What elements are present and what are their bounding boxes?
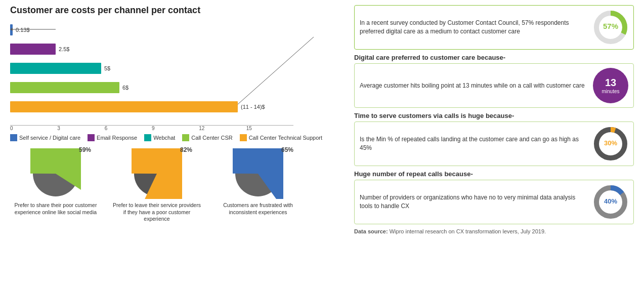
legend-label-4: Call Center Technical Support — [249, 135, 322, 141]
donut-1: 57% — [593, 10, 628, 45]
donut-4: 40% — [593, 184, 628, 220]
chart-title: Customer are costs per channel per conta… — [10, 5, 344, 16]
chart-legend: Self service / Digital careEmail Respons… — [10, 134, 344, 141]
bar-2 — [10, 63, 101, 74]
legend-item-4: Call Center Technical Support — [240, 134, 322, 141]
info-card-1: In a recent survey conducted by Customer… — [354, 5, 634, 50]
pie-item-1: 82%Prefer to leave their service provide… — [111, 148, 202, 223]
bar-value-4: (11 - 14)$ — [241, 104, 265, 110]
legend-color-2 — [144, 134, 151, 141]
card2-number: 13 — [605, 77, 616, 89]
x-tick-0: 0 — [10, 126, 57, 131]
info-card-4: Number of providers or organizations who… — [354, 180, 634, 224]
legend-color-0 — [10, 134, 17, 141]
bar-row-3: 6$ — [10, 79, 314, 96]
legend-item-3: Call Center CSR — [182, 134, 232, 141]
info-card-3: Is the Min % of repeated calls landing a… — [354, 122, 634, 166]
bar-value-1: 2.5$ — [59, 46, 69, 52]
x-tick-15: 15 — [246, 126, 293, 131]
bar-row-1: 2.5$ — [10, 41, 314, 57]
svg-text:57%: 57% — [603, 22, 618, 30]
pie-item-2: 65%Customers are frustrated with inconsi… — [212, 148, 304, 216]
x-tick-12: 12 — [199, 126, 246, 131]
legend-label-3: Call Center CSR — [191, 135, 232, 141]
info-card-4-text: Number of providers or organizations who… — [360, 193, 588, 211]
info-card-1-text: In a recent survey conducted by Customer… — [360, 19, 588, 36]
data-source-label: Data source: — [354, 228, 388, 234]
info-card-2: Average customer hits boiling point at 1… — [354, 63, 634, 108]
data-source-text: Wipro internal research on CX transforma… — [388, 228, 546, 234]
heading-3: Time to serve customers via calls is hug… — [354, 112, 634, 119]
bar-chart-container: 0.13$2.5$5$6$(11 - 14)$ 0 3 6 9 12 15 — [10, 22, 344, 141]
svg-text:30%: 30% — [604, 139, 617, 147]
right-panel: In a recent survey conducted by Customer… — [344, 5, 634, 278]
pie-chart-0: 59% — [30, 148, 81, 199]
bar-4 — [10, 101, 238, 112]
bar-value-3: 6$ — [122, 85, 128, 91]
pie-label-1: Prefer to leave their service providers … — [111, 202, 202, 223]
x-tick-6: 6 — [105, 126, 152, 131]
legend-item-1: Email Response — [88, 134, 137, 141]
legend-label-2: Webchat — [153, 135, 175, 141]
donut-3: 30% — [593, 126, 628, 161]
pie-label-0: Prefer to share their poor customer expe… — [10, 202, 101, 216]
bar-1 — [10, 44, 56, 55]
pie-item-0: 59%Prefer to share their poor customer e… — [10, 148, 101, 216]
legend-color-4 — [240, 134, 247, 141]
legend-item-0: Self service / Digital care — [10, 134, 80, 141]
pie-percent-2: 65% — [281, 146, 293, 153]
info-card-3-text: Is the Min % of repeated calls landing a… — [360, 135, 588, 152]
bar-row-0: 0.13$ — [10, 22, 314, 38]
legend-color-3 — [182, 134, 189, 141]
bar-0 — [10, 24, 13, 35]
bar-value-2: 5$ — [104, 65, 110, 71]
bar-row-2: 5$ — [10, 60, 314, 76]
left-panel: Customer are costs per channel per conta… — [10, 5, 344, 278]
legend-item-2: Webchat — [144, 134, 175, 141]
card2-unit: minutes — [602, 89, 619, 94]
heading-2: Digital care preferred to customer care … — [354, 54, 634, 61]
main-container: Customer are costs per channel per conta… — [0, 0, 644, 283]
donut-2: 13 minutes — [593, 68, 628, 103]
info-card-2-text: Average customer hits boiling point at 1… — [360, 82, 588, 90]
svg-text:40%: 40% — [604, 197, 617, 205]
pie-percent-1: 82% — [180, 146, 192, 153]
data-source: Data source: Wipro internal research on … — [354, 228, 634, 234]
bar-chart-area: 0.13$2.5$5$6$(11 - 14)$ — [10, 22, 314, 123]
pie-percent-0: 59% — [79, 146, 91, 153]
legend-label-0: Self service / Digital care — [19, 135, 80, 141]
pie-charts-row: 59%Prefer to share their poor customer e… — [10, 148, 344, 223]
pie-label-2: Customers are frustrated with inconsiste… — [212, 202, 304, 216]
bar-value-0: 0.13$ — [16, 27, 30, 33]
legend-label-1: Email Response — [97, 135, 137, 141]
x-tick-9: 9 — [152, 126, 199, 131]
heading-4: Huge number of repeat calls because- — [354, 170, 634, 178]
x-tick-3: 3 — [57, 126, 104, 131]
bar-row-4: (11 - 14)$ — [10, 99, 314, 115]
pie-chart-1: 82% — [132, 148, 182, 199]
pie-chart-2: 65% — [233, 148, 283, 199]
legend-color-1 — [88, 134, 95, 141]
bar-3 — [10, 82, 119, 93]
